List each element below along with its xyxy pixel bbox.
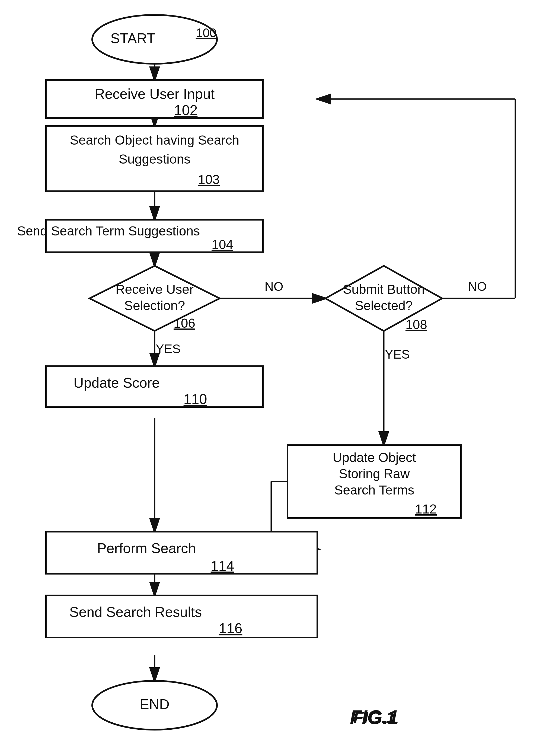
box-114-text1: Perform Search bbox=[97, 540, 196, 556]
diamond-108-text2: Selected? bbox=[355, 298, 413, 313]
box-112-text2: Storing Raw bbox=[339, 467, 410, 481]
fig-label-text: FIG.1 bbox=[350, 706, 399, 728]
box-110-ref: 110 bbox=[184, 391, 207, 407]
box-104-ref: 104 bbox=[211, 237, 233, 252]
box-114-ref: 114 bbox=[211, 558, 234, 574]
box-104-text1: Send Search Term Suggestions bbox=[17, 224, 200, 238]
start-ref: 100 bbox=[196, 26, 217, 40]
box-103-text2: Suggestions bbox=[119, 152, 191, 166]
box-116-text1: Send Search Results bbox=[69, 604, 202, 620]
diamond-108-ref: 108 bbox=[405, 317, 427, 332]
box-103-ref: 103 bbox=[198, 172, 220, 186]
diamond-106-ref: 106 bbox=[174, 316, 195, 330]
box-110-text1: Update Score bbox=[73, 375, 160, 391]
box-116-ref: 116 bbox=[219, 620, 243, 636]
box-112-text3: Search Terms bbox=[334, 483, 414, 497]
no-label-106: NO bbox=[265, 280, 284, 293]
diamond-106-text1: Receive User bbox=[115, 282, 194, 296]
diamond-106-text2: Selection? bbox=[124, 298, 185, 313]
end-label: END bbox=[140, 696, 170, 712]
box-103-text1: Search Object having Search bbox=[70, 133, 239, 147]
start-label: START bbox=[110, 30, 155, 46]
diamond-108-text1: Submit Button bbox=[343, 282, 425, 296]
box-102-ref: 102 bbox=[174, 102, 198, 118]
yes-label-108: YES bbox=[385, 347, 410, 361]
flowchart-diagram: NO YES NO YES START 100 Receive User Inp… bbox=[0, 0, 559, 756]
box-112-ref: 112 bbox=[415, 502, 437, 516]
yes-label-106: YES bbox=[156, 342, 181, 356]
box-102-text1: Receive User Input bbox=[95, 86, 215, 102]
no-label-108: NO bbox=[468, 280, 487, 293]
box-112-text1: Update Object bbox=[333, 450, 416, 465]
